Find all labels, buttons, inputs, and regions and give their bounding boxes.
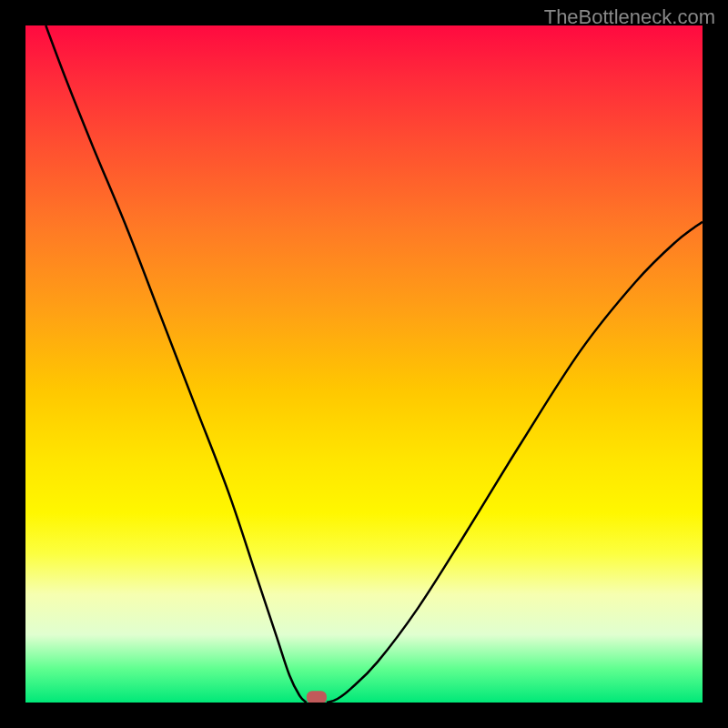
curve-right-branch <box>327 222 703 703</box>
chart-container: TheBottleneck.com <box>0 0 728 728</box>
chart-svg <box>25 25 703 703</box>
plot-area <box>25 25 703 703</box>
minimum-marker <box>307 691 327 703</box>
watermark-text: TheBottleneck.com <box>544 5 715 29</box>
curve-left-branch <box>46 25 306 703</box>
